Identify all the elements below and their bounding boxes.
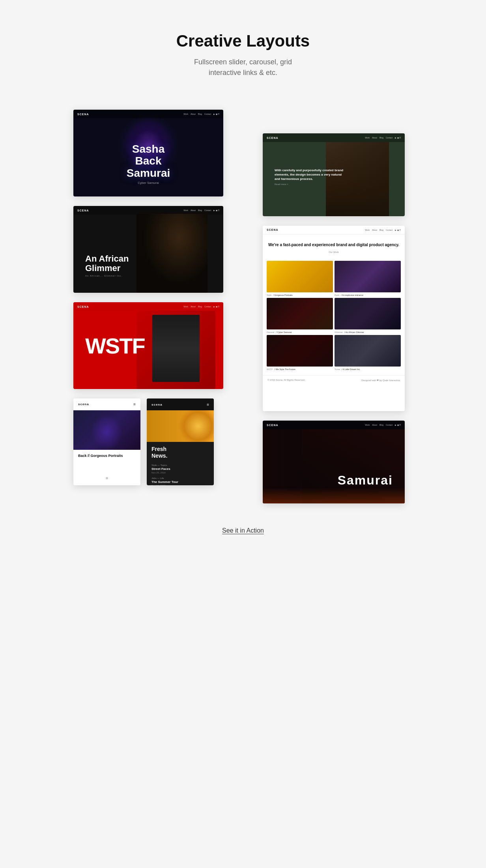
- grid-column-1: Style/ Gorgeous Portraits General/ Cyber…: [267, 261, 333, 372]
- sasha-hero-content: Sasha Back Samurai Cyber Samurai: [73, 143, 223, 185]
- sasha-nav-links: Work About Blog Contact ▶ ◼ ☰: [183, 113, 219, 115]
- blog-post1-tag: Style — Topics: [151, 464, 209, 466]
- blog-post2-date: Nov 24, 2019: [151, 485, 209, 485]
- green-nav-links: Work About Blog Contact ▶ ◼ ☰: [365, 137, 401, 139]
- see-action-section: See it in Action: [222, 527, 264, 534]
- mockup-blog-mobile: scena ≡ FreshNews. Style — Topics Street…: [147, 398, 214, 485]
- mockup-green: SCENA Work About Blog Contact ▶ ◼ ☰ With…: [263, 133, 405, 216]
- mockup-sasha: SCENA Work About Blog Contact ▶ ◼ ☰ Sash…: [73, 110, 223, 196]
- green-text: With carefully and purposefully created …: [275, 168, 346, 185]
- blog-mobile-logo: scena: [151, 403, 163, 406]
- grid-logo: SCENA: [267, 228, 279, 231]
- grid-heading: We're a fast-paced and experienced brand…: [263, 234, 405, 261]
- grid-item-2: [335, 261, 401, 292]
- samurai-title: Samurai: [338, 473, 393, 488]
- blog-post1-date: Nov 25, 2019: [151, 471, 209, 474]
- grid-item-2-caption: Back/ An explosive entrance: [335, 292, 401, 298]
- sasha-subtitle: Cyber Samurai: [73, 181, 223, 185]
- wstf-figure: [136, 311, 215, 389]
- mobile-portrait-dot: [106, 477, 108, 479]
- grid-item-5-caption: WSTF/ We Style The Future: [267, 367, 333, 372]
- grid-item-3: [267, 298, 333, 329]
- mockup-mobile-portrait: scena ≡ Back // Gorgeous Portraits: [73, 398, 140, 485]
- blog-post2-tag: Jobs — Life: [151, 477, 209, 479]
- grid-item-4-caption: Glimmer/ An African Glimmer: [335, 329, 401, 335]
- green-nav: SCENA Work About Blog Contact ▶ ◼ ☰: [263, 133, 405, 142]
- mobile-portrait-hero: [73, 410, 140, 450]
- grid-column-2: Back/ An explosive entrance Glimmer/ An …: [335, 261, 401, 372]
- grid-item-6-caption: Yume/ A Little Dream Inc.: [335, 367, 401, 372]
- grid-items: Style/ Gorgeous Portraits General/ Cyber…: [263, 261, 405, 372]
- african-caption: An African... Glimmer Inc.: [85, 275, 129, 277]
- blog-mobile-menu-icon: ≡: [207, 402, 209, 407]
- grid-nav: SCENA Work About Blog Contact ▶ ◼ ☰: [263, 226, 405, 234]
- layouts-grid: SCENA Work About Blog Contact ▶ ◼ ☰ Sash…: [73, 110, 413, 503]
- wstf-title: WSTF: [85, 333, 145, 359]
- right-column: SCENA Work About Blog Contact ▶ ◼ ☰ With…: [263, 110, 413, 503]
- wstf-nav-links: Work About Blog Contact ▶ ◼ ☰: [183, 305, 219, 308]
- mockup-grid: SCENA Work About Blog Contact ▶ ◼ ☰ We'r…: [263, 226, 405, 411]
- grid-item-1-caption: Style/ Gorgeous Portraits: [267, 292, 333, 298]
- left-column: SCENA Work About Blog Contact ▶ ◼ ☰ Sash…: [73, 110, 239, 503]
- grid-item-4: [335, 298, 401, 329]
- mobile-pair: scena ≡ Back // Gorgeous Portraits scena…: [73, 398, 239, 485]
- blog-mobile-content: FreshNews. Style — Topics Street Faces N…: [147, 442, 214, 485]
- samurai-nav: SCENA Work About Blog Contact ▶ ◼ ☰: [263, 421, 405, 429]
- african-nav: SCENA Work About Blog Contact ▶ ◼ ☰: [73, 206, 223, 215]
- mockup-african: SCENA Work About Blog Contact ▶ ◼ ☰ An A…: [73, 206, 223, 293]
- page-title: Creative Layouts: [176, 32, 310, 51]
- samurai-logo: SCENA: [267, 424, 279, 427]
- grid-footer: © 2019 Scena. All Rights Reserved. Desig…: [263, 375, 405, 385]
- header-subtitle: Fullscreen slider, carousel, grid intera…: [176, 57, 310, 78]
- sasha-title: Sasha Back Samurai: [73, 143, 223, 180]
- grid-item-6: [335, 335, 401, 367]
- blog-mobile-heading: FreshNews.: [151, 446, 209, 459]
- green-logo: SCENA: [267, 137, 279, 139]
- wstf-logo: SCENA: [77, 305, 89, 308]
- african-portrait: [136, 214, 207, 293]
- blog-mobile-hero: [147, 410, 214, 442]
- wstf-nav: SCENA Work About Blog Contact ▶ ◼ ☰: [73, 302, 223, 311]
- samurai-glow: [263, 488, 405, 503]
- grid-nav-links: Work About Blog Contact ▶ ◼ ☰: [365, 229, 401, 231]
- grid-item-5: [267, 335, 333, 367]
- blog-post2-title: The Summer Tour: [151, 480, 209, 484]
- header-section: Creative Layouts Fullscreen slider, caro…: [176, 32, 310, 78]
- african-hero-text: An African Glimmer An African... Glimmer…: [85, 254, 129, 277]
- grid-item-1: [267, 261, 333, 292]
- grid-item-3-caption: General/ Cyber Samurai: [267, 329, 333, 335]
- mobile-portrait-nav: scena ≡: [73, 398, 140, 410]
- mobile-portrait-menu-icon: ≡: [133, 402, 136, 406]
- blog-mobile-nav: scena ≡: [147, 398, 214, 410]
- mobile-portrait-logo: scena: [78, 402, 89, 406]
- african-title: An African Glimmer: [85, 254, 129, 273]
- blog-post1-title: Street Faces: [151, 467, 209, 471]
- samurai-nav-links: Work About Blog Contact ▶ ◼ ☰: [365, 424, 401, 426]
- sasha-logo: SCENA: [77, 113, 89, 116]
- african-nav-links: Work About Blog Contact ▶ ◼ ☰: [183, 209, 219, 211]
- page-wrapper: Creative Layouts Fullscreen slider, caro…: [0, 0, 486, 868]
- mockup-samurai: SCENA Work About Blog Contact ▶ ◼ ☰ Samu…: [263, 421, 405, 503]
- mobile-portrait-caption: Back // Gorgeous Portraits: [73, 450, 140, 462]
- mockup-wstf: SCENA Work About Blog Contact ▶ ◼ ☰ WSTF: [73, 302, 223, 389]
- african-logo: SCENA: [77, 209, 89, 212]
- see-action-link[interactable]: See it in Action: [222, 527, 264, 534]
